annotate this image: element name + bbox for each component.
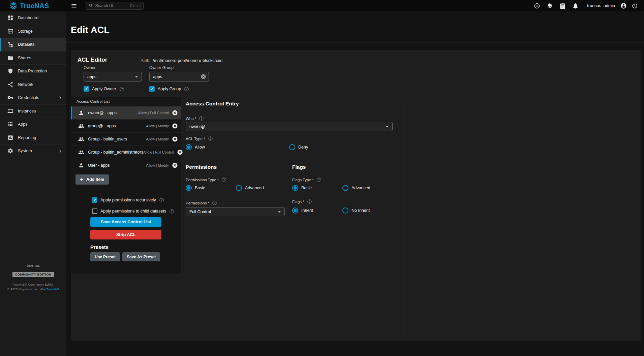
person-icon bbox=[78, 162, 84, 168]
radio-option[interactable]: Inherit bbox=[292, 207, 342, 214]
sidebar-item[interactable]: Datasets bbox=[0, 38, 66, 52]
sidebar-item[interactable]: Data Protection bbox=[0, 65, 66, 78]
strip-acl-button[interactable]: Strip ACL bbox=[90, 230, 161, 239]
remove-entry-button[interactable] bbox=[172, 110, 178, 116]
apply-owner-label: Apply Owner bbox=[92, 87, 116, 91]
system-icon bbox=[7, 148, 13, 154]
topbar-action-button[interactable] bbox=[558, 1, 567, 10]
sidebar-item-label: Credentials bbox=[18, 95, 39, 100]
logo-text: TrueNAS bbox=[20, 2, 49, 10]
remove-entry-button[interactable] bbox=[172, 136, 178, 142]
truenas-logo-icon bbox=[9, 2, 18, 10]
sidebar-item-label: Reporting bbox=[18, 135, 36, 140]
chevron-down-icon bbox=[276, 209, 282, 215]
chevron-down-icon bbox=[133, 74, 140, 80]
add-item-button[interactable]: Add Item bbox=[75, 174, 109, 185]
who-select[interactable]: owner@ bbox=[186, 122, 393, 131]
help-icon[interactable] bbox=[307, 199, 312, 204]
radio-circle-icon bbox=[236, 185, 242, 191]
apply-group-row: Apply Group bbox=[149, 86, 189, 92]
permissions-type-label: Permissions Type * bbox=[186, 177, 226, 182]
acl-option-checkbox[interactable] bbox=[92, 208, 97, 214]
sidebar-footer: truenas COMMUNITY EDITION TrueNAS® Commu… bbox=[0, 263, 66, 292]
radio-circle-icon bbox=[342, 185, 348, 191]
sidebar-item-label: System bbox=[18, 149, 32, 153]
help-icon[interactable] bbox=[119, 87, 124, 92]
network-icon bbox=[7, 82, 13, 88]
help-icon[interactable] bbox=[184, 87, 189, 92]
permissions-select[interactable]: Full Control bbox=[186, 207, 285, 216]
owner-group-label: Owner Group: bbox=[149, 65, 175, 70]
help-icon[interactable] bbox=[212, 200, 217, 205]
use-preset-button[interactable]: Use Preset bbox=[90, 252, 120, 261]
help-icon[interactable] bbox=[316, 177, 321, 182]
topbar-action-button[interactable] bbox=[545, 1, 554, 10]
radio-option[interactable]: Advanced bbox=[342, 185, 393, 191]
radio-circle-icon bbox=[289, 144, 295, 150]
acl-entry-permissions: Allow | Full Control bbox=[143, 150, 174, 154]
owner-select[interactable]: apps bbox=[84, 72, 142, 82]
sidebar-item[interactable]: Storage bbox=[0, 25, 66, 38]
sidebar-item[interactable]: Network bbox=[0, 78, 66, 92]
truenas-link[interactable]: TrueNAS bbox=[46, 288, 59, 291]
sidebar-item[interactable]: Dashboard bbox=[0, 11, 66, 25]
search-input[interactable] bbox=[95, 3, 128, 8]
search-box[interactable]: Ctrl + / bbox=[86, 2, 144, 10]
sidebar-item[interactable]: Credentials bbox=[0, 91, 66, 105]
flags-label: Flags * bbox=[292, 199, 312, 204]
user-menu-button[interactable] bbox=[619, 1, 628, 10]
clear-owner-group-button[interactable] bbox=[201, 74, 206, 79]
acl-entry-row[interactable]: User - apps Allow | Modify bbox=[71, 159, 181, 172]
sidebar-item[interactable]: Shares bbox=[0, 52, 66, 65]
apply-owner-checkbox[interactable] bbox=[84, 86, 89, 92]
acl-entry-row[interactable]: group@ - apps Allow | Modify bbox=[71, 120, 181, 133]
remove-entry-button[interactable] bbox=[172, 162, 178, 168]
truenas-logo[interactable]: TrueNAS bbox=[9, 2, 49, 10]
radio-option[interactable]: Advanced bbox=[236, 185, 286, 191]
sidebar-item[interactable]: System bbox=[0, 144, 66, 158]
help-icon[interactable] bbox=[169, 209, 174, 214]
help-icon[interactable] bbox=[221, 177, 226, 182]
radio-circle-icon bbox=[186, 185, 192, 191]
apply-owner-row: Apply Owner bbox=[84, 86, 124, 92]
remove-entry-button[interactable] bbox=[172, 123, 178, 129]
radio-circle-icon bbox=[342, 207, 348, 214]
radio-option[interactable]: Basic bbox=[292, 185, 342, 191]
save-as-preset-button[interactable]: Save As Preset bbox=[122, 252, 160, 261]
remove-icon bbox=[172, 162, 178, 168]
radio-option[interactable]: Basic bbox=[186, 185, 236, 191]
help-icon[interactable] bbox=[199, 116, 204, 121]
acl-option-checkbox[interactable] bbox=[92, 197, 97, 203]
sidebar-item-label: Apps bbox=[18, 122, 28, 127]
radio-option[interactable]: No Inherit bbox=[342, 207, 393, 214]
power-menu-button[interactable] bbox=[630, 1, 639, 10]
topbar-action-button[interactable] bbox=[532, 1, 542, 10]
topbar-action-button[interactable] bbox=[571, 1, 580, 10]
acl-editor-heading: ACL Editor bbox=[78, 57, 107, 63]
sidebar-item[interactable]: Apps bbox=[0, 118, 66, 131]
sidebar-item-label: Data Protection bbox=[18, 69, 47, 73]
save-acl-button[interactable]: Save Access Control List bbox=[90, 217, 161, 227]
help-icon[interactable] bbox=[208, 136, 213, 141]
chevron-right-icon bbox=[57, 95, 63, 101]
acl-list-panel: Access Control List owner@ - apps Allow … bbox=[71, 97, 181, 273]
sidebar-item[interactable]: Instances bbox=[0, 105, 66, 118]
acl-entry-who: User - apps bbox=[88, 163, 110, 168]
help-icon[interactable] bbox=[159, 198, 164, 203]
sidebar-item[interactable]: Reporting bbox=[0, 131, 66, 145]
radio-option[interactable]: Allow bbox=[186, 144, 289, 150]
menu-toggle-button[interactable] bbox=[69, 1, 79, 10]
acl-entry-row[interactable]: owner@ - apps Allow | Full Control bbox=[71, 106, 181, 120]
acl-apply-options: Apply permissions recursively Apply perm… bbox=[92, 196, 174, 215]
acl-entry-row[interactable]: Group - builtin_administrators Allow | F… bbox=[71, 146, 181, 159]
acl-entry-row[interactable]: Group - builtin_users Allow | Modify bbox=[71, 133, 181, 146]
owner-group-input[interactable] bbox=[153, 74, 201, 79]
hostname: truenas bbox=[0, 263, 66, 267]
acl-entry-who: Group - builtin_users bbox=[88, 137, 127, 141]
presets-heading: Presets bbox=[90, 244, 109, 250]
acl-entry-who: owner@ - apps bbox=[88, 110, 117, 115]
title-divider bbox=[66, 42, 644, 42]
radio-option[interactable]: Deny bbox=[289, 144, 393, 150]
tasks-icon bbox=[559, 3, 566, 9]
apply-group-checkbox[interactable] bbox=[149, 86, 155, 92]
